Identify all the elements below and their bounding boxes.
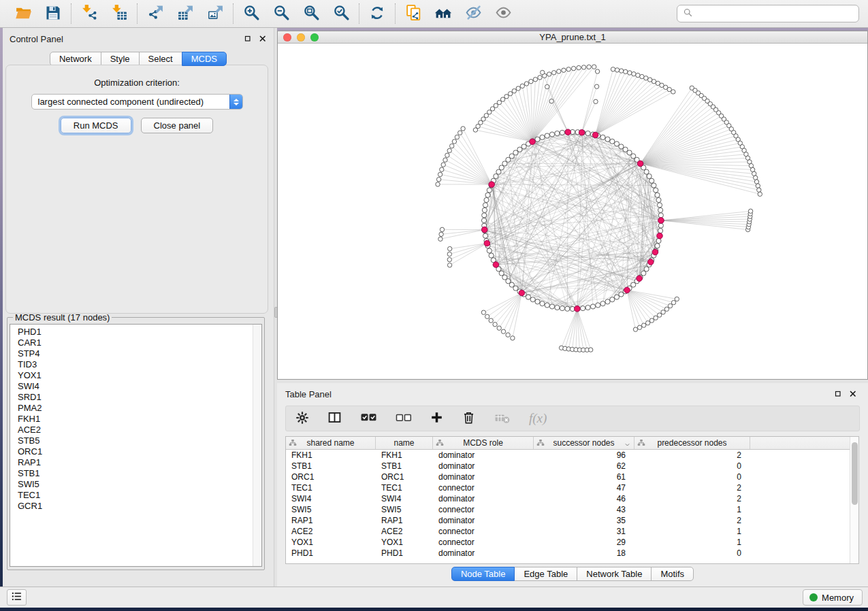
list-item[interactable]: ORC1 — [18, 446, 261, 457]
copy-network-button[interactable] — [403, 2, 423, 25]
zoom-out-button[interactable] — [271, 2, 291, 25]
column-visibility-button[interactable] — [327, 410, 342, 427]
list-item[interactable]: SWI4 — [18, 381, 261, 392]
list-item[interactable]: RAP1 — [18, 457, 261, 468]
list-item[interactable]: CAR1 — [18, 337, 261, 348]
list-item[interactable]: PHD1 — [18, 327, 261, 337]
table-panel-close-icon[interactable] — [848, 390, 857, 399]
list-item[interactable]: STB1 — [18, 468, 261, 479]
export-network-button[interactable] — [145, 2, 165, 25]
criterion-select[interactable]: largest connected component (undirected) — [31, 94, 243, 110]
task-list-icon — [11, 591, 22, 604]
control-panel-tabbar: NetworkStyleSelectMCDS — [3, 52, 274, 66]
table-scrollbar-thumb[interactable] — [852, 442, 858, 505]
list-item[interactable]: ACE2 — [18, 425, 261, 435]
zoom-window-light[interactable] — [310, 33, 319, 42]
tab-network[interactable]: Network — [50, 52, 101, 66]
zoom-fit-button[interactable] — [301, 2, 321, 25]
table-row[interactable]: SWI5SWI5connector431 — [286, 504, 858, 515]
search-field[interactable] — [677, 5, 859, 22]
tab-motifs[interactable]: Motifs — [651, 567, 694, 581]
list-item[interactable]: STP4 — [18, 348, 261, 359]
task-history-button[interactable] — [7, 589, 27, 606]
list-item[interactable]: PMA2 — [18, 403, 261, 414]
tab-node-table[interactable]: Node Table — [451, 567, 515, 581]
memory-button[interactable]: Memory — [803, 589, 863, 606]
table-row[interactable]: SWI4SWI4dominator462 — [286, 493, 858, 504]
search-input[interactable] — [693, 7, 858, 20]
close-mcds-panel-button[interactable]: Close panel — [141, 118, 214, 133]
tab-edge-table[interactable]: Edge Table — [514, 567, 577, 581]
tab-style[interactable]: Style — [101, 52, 140, 66]
cell-shared-name: RAP1 — [286, 515, 376, 526]
open-file-button[interactable] — [13, 2, 33, 25]
cell-successor-nodes: 29 — [534, 537, 634, 548]
table-row[interactable]: PHD1PHD1dominator180 — [286, 548, 858, 559]
refresh-view-button[interactable] — [367, 2, 387, 25]
table-row[interactable]: TEC1TEC1connector472 — [286, 482, 858, 493]
table-row[interactable]: YOX1YOX1connector291 — [286, 537, 858, 548]
first-neighbors-button[interactable] — [433, 2, 453, 25]
cell-predecessor-nodes: 2 — [634, 515, 750, 526]
tab-network-table[interactable]: Network Table — [577, 567, 652, 581]
column-label: shared name — [306, 438, 354, 448]
table-row[interactable]: RAP1RAP1dominator352 — [286, 515, 858, 526]
column-header-successor-nodes[interactable]: successor nodes — [534, 437, 634, 449]
show-hidden-button[interactable] — [493, 2, 513, 25]
list-item[interactable]: TEC1 — [18, 490, 261, 501]
list-item[interactable]: SWI5 — [18, 479, 261, 490]
add-column-button[interactable] — [430, 411, 443, 426]
list-item[interactable]: YOX1 — [18, 370, 261, 381]
minimize-window-light[interactable] — [297, 33, 305, 42]
export-table-button[interactable] — [175, 2, 195, 25]
table-row[interactable]: ORC1ORC1dominator610 — [286, 472, 858, 482]
refresh-view-icon — [369, 5, 385, 23]
column-header-MCDS-role[interactable]: MCDS role — [433, 437, 534, 449]
list-item[interactable]: FKH1 — [18, 414, 261, 425]
mcds-result-list[interactable]: PHD1CAR1STP4TID3YOX1SWI4SRD1PMA2FKH1ACE2… — [10, 324, 262, 567]
control-panel-header: Control Panel — [3, 28, 274, 46]
list-item[interactable]: STB5 — [18, 435, 261, 446]
table-row[interactable]: FKH1FKH1dominator962 — [286, 450, 858, 461]
network-canvas[interactable] — [278, 44, 867, 379]
column-label: successor nodes — [553, 438, 614, 448]
cell-name: STB1 — [376, 461, 433, 472]
table-panel-float-icon[interactable] — [833, 390, 842, 399]
delete-column-button[interactable] — [462, 410, 476, 427]
list-item[interactable]: TID3 — [18, 359, 261, 370]
table-row[interactable]: ACE2ACE2connector311 — [286, 526, 858, 537]
select-all-rows-button[interactable] — [360, 409, 377, 428]
run-mcds-button[interactable]: Run MCDS — [61, 118, 131, 133]
zoom-in-button[interactable] — [241, 2, 261, 25]
control-panel-close-icon[interactable] — [258, 35, 267, 44]
result-list-scrollbar[interactable] — [253, 325, 261, 566]
table-row[interactable]: STB1STB1dominator620 — [286, 461, 858, 472]
hide-selected-button[interactable] — [463, 2, 483, 25]
network-window-titlebar[interactable]: YPA_prune.txt_1 — [278, 31, 867, 44]
table-options-gear-button[interactable] — [295, 411, 309, 427]
list-item[interactable]: SRD1 — [18, 392, 261, 403]
tab-mcds[interactable]: MCDS — [182, 52, 227, 66]
column-header-predecessor-nodes[interactable]: predecessor nodes — [634, 437, 750, 449]
table-scrollbar[interactable] — [850, 437, 858, 563]
select-all-rows-icon — [360, 409, 377, 428]
column-label: MCDS role — [463, 438, 503, 448]
column-header-name[interactable]: name — [376, 437, 433, 449]
tab-select[interactable]: Select — [139, 52, 182, 66]
status-bar: Memory — [0, 587, 868, 608]
list-item[interactable]: GCR1 — [18, 501, 261, 512]
column-header-shared-name[interactable]: shared name — [286, 437, 376, 449]
deselect-all-rows-button[interactable] — [396, 410, 412, 428]
cell-successor-nodes: 43 — [534, 504, 634, 515]
memory-status-dot — [809, 593, 818, 601]
import-network-button[interactable] — [79, 2, 99, 25]
cell-successor-nodes: 96 — [534, 450, 634, 461]
save-session-button[interactable] — [43, 2, 63, 25]
export-image-button[interactable] — [205, 2, 225, 25]
import-table-button[interactable] — [109, 2, 129, 25]
close-window-light[interactable] — [283, 33, 291, 42]
sort-chevron-icon — [624, 440, 630, 450]
search-icon — [683, 7, 693, 20]
control-panel-float-icon[interactable] — [243, 35, 252, 44]
zoom-selected-button[interactable] — [331, 2, 351, 25]
